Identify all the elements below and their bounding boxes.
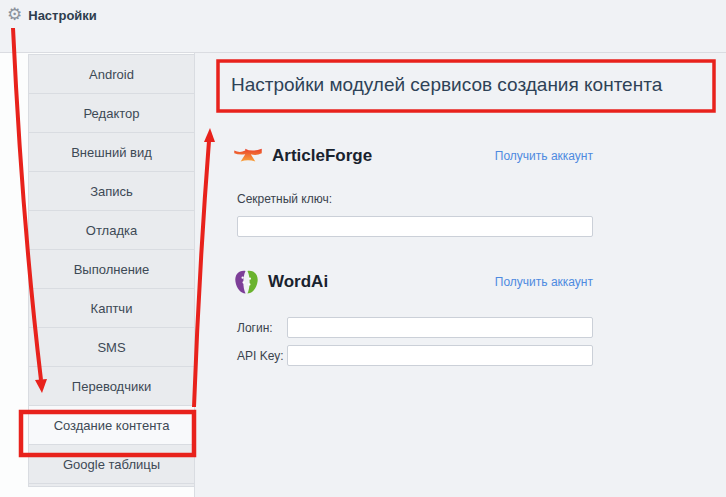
articleforge-module-header: ArticleForge Получить аккаунт — [233, 142, 593, 170]
articleforge-module-name: ArticleForge — [272, 146, 372, 166]
sidebar-menu: Android Редактор Внешний вид Запись Отла… — [28, 55, 195, 487]
settings-header-label: Настройки — [28, 6, 97, 23]
sidebar-item-translators[interactable]: Переводчики — [28, 366, 195, 406]
page-title: Настройки модулей сервисов создания конт… — [231, 74, 711, 96]
gear-icon: ⚙ — [7, 6, 22, 23]
brain-head-icon — [234, 270, 259, 295]
sidebar-item-android[interactable]: Android — [28, 54, 195, 94]
sidebar-item-captcha[interactable]: Каптчи — [28, 288, 195, 328]
sidebar-item-debug[interactable]: Отладка — [28, 210, 195, 250]
secret-key-input[interactable] — [237, 216, 593, 237]
arrow-to-title-head — [204, 128, 215, 142]
sidebar-item-partial[interactable] — [28, 483, 195, 487]
wordai-get-account-link[interactable]: Получить аккаунт — [495, 275, 593, 289]
sidebar-item-appearance[interactable]: Внешний вид — [28, 132, 195, 172]
sidebar-item-execution[interactable]: Выполнение — [28, 249, 195, 289]
api-key-input[interactable] — [287, 345, 593, 366]
sidebar-item-editor[interactable]: Редактор — [28, 93, 195, 133]
sidebar-item-content-creation[interactable]: Создание контента — [28, 405, 195, 445]
arrow-to-title — [194, 141, 209, 407]
wordai-module-name: WordAi — [268, 272, 328, 292]
api-key-label: API Key: — [237, 349, 284, 363]
login-input[interactable] — [287, 317, 593, 338]
login-label: Логин: — [237, 321, 273, 335]
sidebar-item-recording[interactable]: Запись — [28, 171, 195, 211]
wordai-module-header: WordAi Получить аккаунт — [234, 268, 593, 296]
sidebar-item-sms[interactable]: SMS — [28, 327, 195, 367]
articleforge-get-account-link[interactable]: Получить аккаунт — [495, 149, 593, 163]
secret-key-label: Секретный ключ: — [237, 192, 332, 206]
sidebar-item-google-sheets[interactable]: Google таблицы — [28, 444, 195, 484]
settings-header: ⚙ Настройки — [0, 0, 726, 52]
settings-sidebar: Android Редактор Внешний вид Запись Отла… — [0, 53, 195, 497]
anvil-icon — [233, 145, 263, 167]
